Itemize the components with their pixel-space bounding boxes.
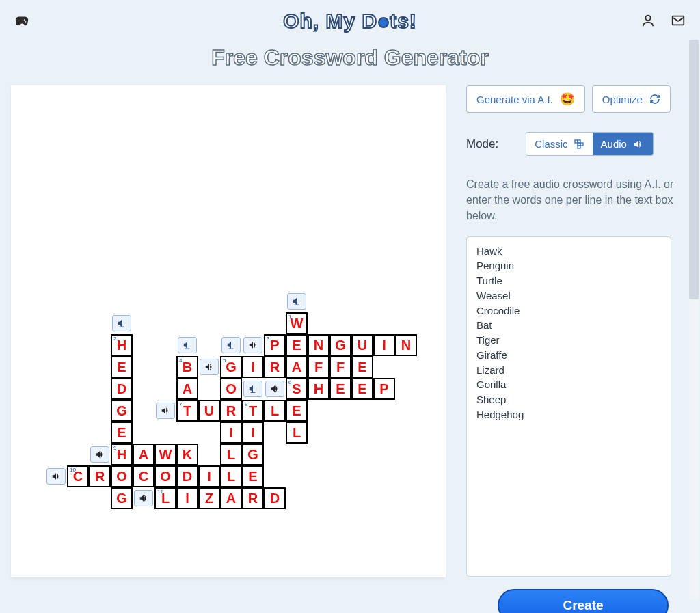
speaker-across-icon[interactable] — [243, 337, 262, 353]
crossword-cell: I — [242, 356, 264, 378]
crossword-cell: C — [133, 465, 154, 487]
refresh-icon — [649, 94, 660, 105]
mode-audio-option[interactable]: Audio — [593, 133, 653, 155]
crossword-cell: Z — [198, 487, 220, 509]
crossword-cell: D — [264, 487, 286, 509]
crossword-cell: G5 — [220, 356, 242, 378]
crossword-cell: W1 — [286, 312, 308, 334]
crossword-cell: G — [111, 400, 133, 422]
crossword-cell: G — [111, 487, 133, 509]
speaker-down-icon[interactable] — [221, 337, 241, 353]
crossword-cell: I — [242, 422, 264, 444]
create-button[interactable]: Create — [498, 589, 669, 613]
crossword-cell: E — [286, 400, 308, 422]
crossword-cell: E — [111, 422, 133, 444]
speaker-down-icon[interactable] — [243, 381, 262, 397]
speaker-down-icon[interactable] — [287, 293, 306, 310]
scrollbar-thumb[interactable] — [689, 40, 699, 299]
crossword-cell: U — [351, 334, 373, 356]
crossword-cell: A — [133, 444, 154, 465]
crossword-cell: F — [329, 356, 351, 378]
crossword-cell: D — [176, 465, 198, 487]
crossword-cell: G — [329, 334, 351, 356]
mail-icon[interactable] — [670, 12, 686, 29]
crossword-cell: O — [111, 465, 133, 487]
crossword-cell: R — [89, 465, 111, 487]
speaker-down-icon[interactable] — [112, 315, 131, 331]
speaker-icon — [632, 139, 645, 150]
page-title: Free Crossword Generator — [0, 45, 700, 70]
crossword-cell: N — [395, 334, 417, 356]
crossword-cell: W — [154, 444, 176, 465]
user-icon[interactable] — [640, 12, 656, 29]
speaker-across-icon[interactable] — [46, 468, 66, 485]
crossword-cell: C10 — [67, 465, 89, 487]
crossword-cell: P3 — [264, 334, 286, 356]
crossword-cell: O — [220, 378, 242, 400]
speaker-across-icon[interactable] — [90, 446, 109, 463]
instructions-text: Create a free audio crossword using A.I.… — [466, 176, 675, 224]
crossword-cell: L11 — [154, 487, 176, 509]
crossword-cell: O — [154, 465, 176, 487]
heart-eyes-emoji-icon: 🤩 — [560, 92, 575, 107]
generate-ai-button[interactable]: Generate via A.I. 🤩 — [466, 85, 585, 113]
crossword-cell: E — [111, 356, 133, 378]
crossword-cell: H — [308, 378, 329, 400]
crossword-cell: I — [373, 334, 395, 356]
gamepad-icon[interactable] — [14, 12, 30, 29]
crossword-cell: I — [176, 487, 198, 509]
crossword-cell: T7 — [176, 400, 198, 422]
crossword-preview: W1H2EP3NGUINEB4G5IRAFFEDAOS6HEEPGT7URT8L… — [11, 85, 446, 577]
crossword-cell: A — [220, 487, 242, 509]
crossword-cell: E — [351, 378, 373, 400]
crossword-cell: N — [308, 334, 329, 356]
crossword-cell: H9 — [111, 444, 133, 465]
crossword-cell: A — [286, 356, 308, 378]
crossword-cell: S6 — [286, 378, 308, 400]
speaker-down-icon[interactable] — [178, 337, 197, 353]
crossword-cell: R — [220, 400, 242, 422]
crossword-cell: E — [351, 356, 373, 378]
crossword-icon — [574, 139, 584, 150]
speaker-across-icon[interactable] — [134, 490, 153, 506]
crossword-cell: T8 — [242, 400, 264, 422]
mode-label: Mode: — [466, 137, 498, 151]
crossword-cell: E — [242, 465, 264, 487]
words-input[interactable] — [466, 236, 671, 577]
crossword-cell: F — [308, 356, 329, 378]
crossword-cell: D — [111, 378, 133, 400]
optimize-button[interactable]: Optimize — [592, 85, 671, 113]
crossword-cell: A — [176, 378, 198, 400]
speaker-across-icon[interactable] — [265, 381, 284, 397]
crossword-cell: L — [264, 400, 286, 422]
crossword-cell: R — [264, 356, 286, 378]
crossword-cell: G — [242, 444, 264, 465]
mode-toggle: Classic Audio — [526, 132, 654, 156]
mode-classic-option[interactable]: Classic — [526, 133, 592, 155]
crossword-cell: I — [220, 422, 242, 444]
page-scrollbar[interactable] — [689, 40, 699, 600]
svg-rect-6 — [578, 146, 580, 148]
crossword-cell: H2 — [111, 334, 133, 356]
speaker-across-icon[interactable] — [156, 403, 175, 419]
crossword-cell: E — [286, 334, 308, 356]
svg-point-0 — [645, 16, 650, 21]
crossword-cell: I — [198, 465, 220, 487]
crossword-cell: K — [176, 444, 198, 465]
crossword-cell: E — [329, 378, 351, 400]
crossword-cell: L — [220, 465, 242, 487]
crossword-cell: U — [198, 400, 220, 422]
crossword-cell: B4 — [176, 356, 198, 378]
speaker-across-icon[interactable] — [200, 359, 219, 375]
crossword-cell: L — [220, 444, 242, 465]
crossword-cell: R — [242, 487, 264, 509]
crossword-cell: L — [286, 422, 308, 444]
crossword-cell: P — [373, 378, 395, 400]
